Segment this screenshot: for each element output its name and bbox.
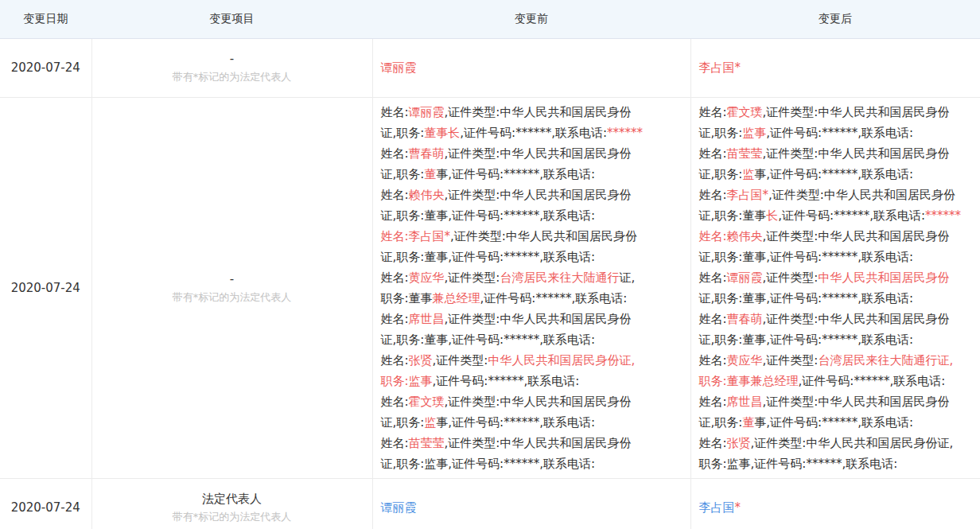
detail-text: 证,职务:: [699, 415, 743, 430]
change-item-note: 带有*标记的为法定代表人: [92, 289, 372, 306]
detail-text: ,证件类型:中华人民共和国居民身份: [763, 105, 950, 119]
detail-text: ,证件号码:******,联系电话:: [766, 126, 913, 140]
detail-text: ,证件类型:中华人民共和国居民身份: [450, 229, 637, 243]
detail-text: 证,职务:: [381, 415, 425, 430]
detail-text: 证,职务:董事,证件号码:******,联系电话:: [699, 333, 913, 347]
detail-line: 证,职务:监事,证件号码:******,联系电话:: [381, 412, 682, 433]
detail-text: 职务:董事: [381, 291, 433, 305]
detail-line: 职务:监事,证件号码:******,联系电话:: [699, 453, 973, 474]
detail-line: 证,职务:董事,证件号码:******,联系电话:: [381, 329, 682, 350]
detail-text: 证,职务:董事,证件号码:******,联系电话:: [381, 208, 595, 223]
detail-text: 证,职务:: [699, 167, 743, 181]
detail-line: 证,职务:董事,证件号码:******,联系电话:: [381, 205, 682, 226]
detail-line: 职务:董事兼总经理,证件号码:******,联系电话:: [381, 288, 682, 309]
detail-text: ,证件类型:中华人民共和国居民身份: [763, 146, 950, 161]
detail-text: ,证件类型:中华人民共和国居民身份: [763, 395, 950, 409]
person-link[interactable]: 谭丽霞: [381, 500, 417, 515]
detail-line: 姓名:曹春萌,证件类型:中华人民共和国居民身份: [699, 309, 973, 329]
change-date: 2020-07-24: [0, 97, 91, 478]
changed-text: 霍文璞: [409, 395, 445, 409]
change-date: 2020-07-24: [0, 38, 91, 97]
detail-line: 姓名:霍文璞,证件类型:中华人民共和国居民身份: [699, 102, 973, 123]
detail-text: 证,职务:董事: [699, 208, 767, 223]
detail-text: ,证件类型:中华人民共和国居民身份: [768, 188, 955, 202]
changed-text: 姓名:李占国*: [381, 229, 451, 243]
detail-text: 姓名:: [381, 188, 409, 202]
changed-text: 席世昌: [409, 312, 445, 326]
change-item-cell: -带有*标记的为法定代表人: [91, 97, 372, 478]
detail-text: ,证件类型:: [763, 353, 819, 368]
column-header-after: 变更后: [690, 0, 980, 38]
detail-line: 姓名:苗莹莹,证件类型:中华人民共和国居民身份: [699, 143, 973, 164]
detail-text: 姓名:: [381, 395, 409, 409]
change-item-note: 带有*标记的为法定代表人: [92, 508, 372, 526]
detail-line: 证,职务:董事,证件号码:******,联系电话:: [381, 247, 682, 267]
detail-line: 姓名:张贤,证件类型:中华人民共和国居民身份证,: [699, 433, 973, 453]
detail-text: ,证件号码:******,联系电话:: [799, 374, 946, 388]
change-item-cell: -带有*标记的为法定代表人: [91, 38, 372, 97]
detail-text: ,证件类型:中华人民共和国居民身份: [445, 146, 632, 161]
before-cell: 谭丽霞: [372, 478, 690, 529]
changed-text: 董事长: [424, 126, 460, 140]
detail-text: 姓名:: [381, 436, 409, 450]
changed-text: 赖伟央: [409, 188, 445, 202]
changed-text: 职务:监事: [381, 374, 433, 388]
detail-line: 姓名:李占国*,证件类型:中华人民共和国居民身份: [381, 226, 682, 247]
after-cell: 李占国*: [690, 478, 980, 529]
detail-text: ,证件类型:: [445, 270, 500, 285]
changed-text: 黄应华: [409, 270, 445, 285]
detail-text: ,证件号码:******,联系电话:: [433, 374, 580, 388]
detail-text: ,证件类型:中华人民共和国居民身份: [763, 229, 950, 243]
detail-text: 姓名:: [699, 353, 727, 368]
detail-text: 职务:监事,证件号码:******,联系电话:: [699, 457, 898, 471]
detail-line: 职务:董事兼总经理,证件号码:******,联系电话:: [699, 371, 973, 391]
changed-text: 长: [766, 208, 778, 223]
detail-text: 姓名:: [381, 270, 409, 285]
detail-text: 姓名:: [381, 353, 409, 368]
detail-line: 职务:监事,证件号码:******,联系电话:: [381, 371, 682, 391]
detail-text: 证,职务:董事,证件号码:******,联系电话:: [381, 333, 595, 347]
detail-line: 姓名:席世昌,证件类型:中华人民共和国居民身份: [699, 391, 973, 412]
changed-text: 台湾居民来往大陆通行: [500, 270, 619, 285]
changed-text: 中华人民共和国居民身份: [818, 270, 949, 285]
detail-line: 证,职务:董事长,证件号码:******,联系电话:******: [699, 205, 973, 226]
detail-text: 姓名:: [699, 395, 727, 409]
changed-text: ******: [607, 126, 643, 140]
detail-text: 证,: [619, 270, 635, 285]
detail-line: 姓名:谭丽霞,证件类型:中华人民共和国居民身份: [699, 267, 973, 288]
detail-line: 谭丽霞: [381, 57, 682, 78]
detail-text: ,证件类型:: [433, 353, 488, 368]
changed-text: 曹春萌: [727, 312, 763, 326]
detail-line: 谭丽霞: [381, 497, 682, 518]
changed-text: 中华人民共和国居民身份证,: [488, 353, 635, 368]
detail-text: 证,职务:: [699, 126, 743, 140]
detail-line: 姓名:赖伟央,证件类型:中华人民共和国居民身份: [699, 226, 973, 247]
detail-text: ,证件号码:******,联系电话:: [778, 208, 925, 223]
detail-text: 姓名:: [381, 312, 409, 326]
changed-text: 谭丽霞: [409, 105, 445, 119]
changed-text: 曹春萌: [409, 146, 445, 161]
change-item-cell: 法定代表人带有*标记的为法定代表人: [91, 478, 372, 529]
detail-text: 证,职务:董事,证件号码:******,联系电话:: [381, 250, 595, 264]
detail-line: 姓名:谭丽霞,证件类型:中华人民共和国居民身份: [381, 102, 682, 123]
changed-text: 席世昌: [727, 395, 763, 409]
changed-text: 姓名:赖伟央: [699, 229, 763, 243]
table-row: 2020-07-24-带有*标记的为法定代表人姓名:谭丽霞,证件类型:中华人民共…: [0, 97, 980, 478]
detail-text: ,证件类型:中华人民共和国居民身份: [445, 312, 632, 326]
detail-text: 事,证件号码:******,联系电话:: [436, 167, 595, 181]
detail-text: 姓名:: [381, 146, 409, 161]
detail-line: 证,职务:监事,证件号码:******,联系电话:: [699, 123, 973, 143]
detail-text: 证,职务:: [381, 167, 425, 181]
detail-text: 姓名:: [699, 436, 727, 450]
detail-text: 证,职务:监事,证件号码:******,联系电话:: [381, 457, 595, 471]
column-header-change-date: 变更日期: [0, 0, 91, 38]
detail-line: 证,职务:董事长,证件号码:******,联系电话:******: [381, 123, 682, 143]
detail-line: 姓名:张贤,证件类型:中华人民共和国居民身份证,: [381, 350, 682, 371]
changed-text: 兼总经理: [433, 291, 480, 305]
person-link[interactable]: 李占国: [699, 500, 735, 515]
detail-text: 事,证件号码:******,联系电话:: [754, 415, 913, 430]
detail-line: 证,职务:董事,证件号码:******,联系电话:: [699, 329, 973, 350]
detail-text: ,证件类型:中华人民共和国居民身份: [445, 395, 632, 409]
changed-text: 谭丽霞: [727, 270, 763, 285]
detail-line: 姓名:席世昌,证件类型:中华人民共和国居民身份: [381, 309, 682, 329]
